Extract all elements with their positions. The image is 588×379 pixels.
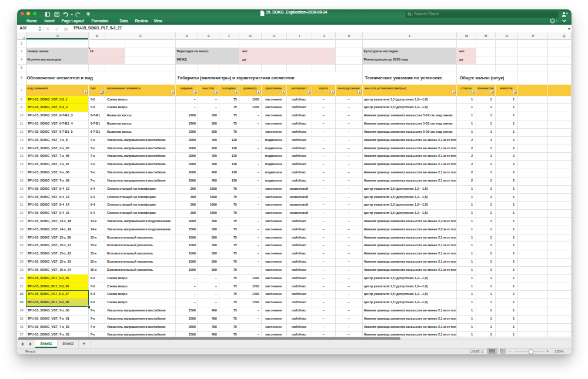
svg-text:fx: fx <box>64 26 68 31</box>
